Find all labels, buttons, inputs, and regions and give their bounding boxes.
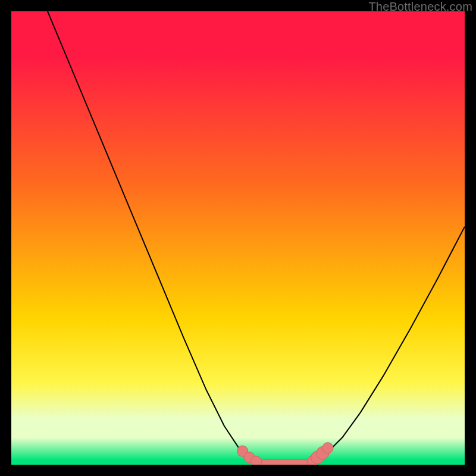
valley-highlight-band [258, 459, 311, 465]
bottleneck-curve [48, 11, 465, 464]
chart-frame [11, 11, 465, 465]
bottleneck-curve-plot [11, 11, 465, 465]
curve-marker [250, 456, 261, 465]
curve-marker [322, 443, 333, 453]
